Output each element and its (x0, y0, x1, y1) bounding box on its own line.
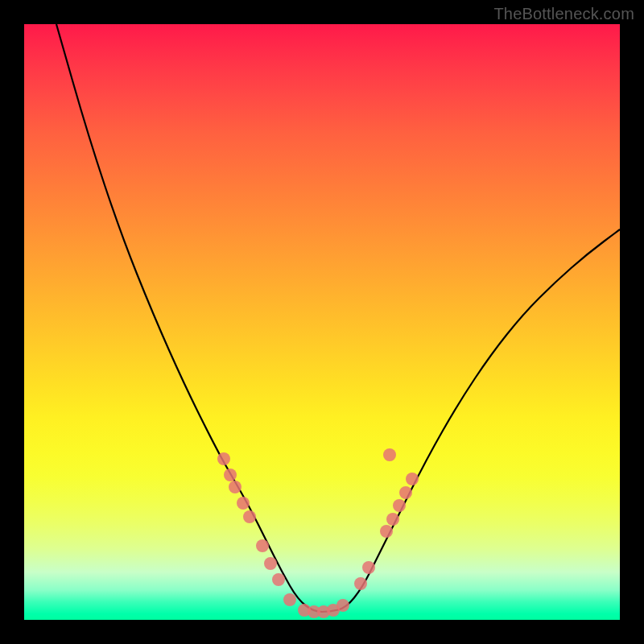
marker-point (229, 481, 242, 493)
marker-point (406, 473, 419, 485)
chart-svg (24, 24, 620, 620)
bottleneck-curve (56, 24, 620, 612)
plot-area (24, 24, 620, 620)
marker-point (380, 525, 393, 538)
marker-point (336, 599, 349, 612)
marker-point (386, 513, 399, 526)
marker-point (383, 448, 396, 461)
marker-point (393, 499, 406, 512)
marker-point (264, 557, 277, 570)
watermark-text: TheBottleneck.com (493, 5, 634, 23)
marker-point (237, 497, 250, 510)
highlighted-points (217, 448, 419, 618)
marker-point (224, 469, 237, 481)
marker-point (243, 510, 256, 523)
marker-point (256, 539, 269, 552)
chart-frame: TheBottleneck.com (0, 0, 644, 644)
marker-point (217, 452, 230, 465)
marker-point (362, 561, 375, 574)
marker-point (399, 486, 412, 499)
marker-point (283, 593, 296, 606)
marker-point (272, 573, 285, 586)
marker-point (354, 577, 367, 590)
